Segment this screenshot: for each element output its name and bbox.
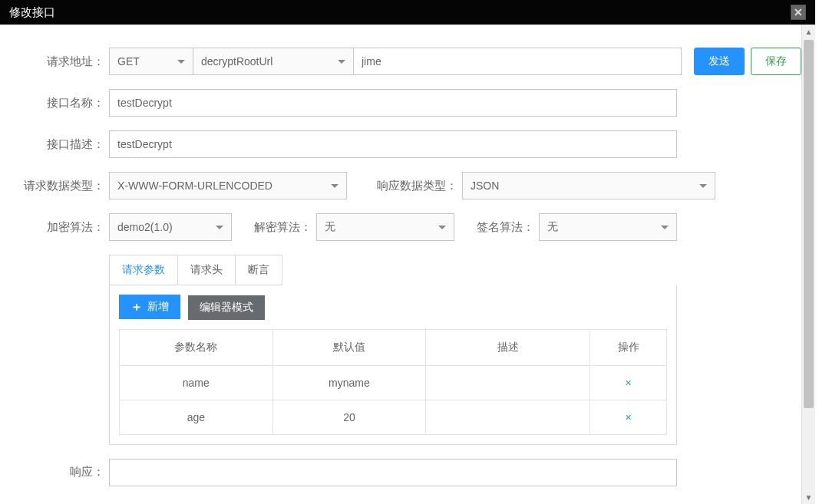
input-interface-name-wrapper (109, 89, 677, 117)
chevron-down-icon (216, 226, 223, 229)
select-decrypt-algo-value: 无 (325, 220, 335, 234)
th-desc: 描述 (426, 329, 590, 365)
input-response-wrapper (109, 459, 677, 486)
row-interface-name: 接口名称： (9, 89, 801, 117)
input-interface-desc[interactable] (117, 131, 669, 157)
send-button[interactable]: 发送 (694, 48, 745, 75)
chevron-down-icon (177, 60, 185, 64)
row-algos: 加密算法： demo2(1.0) 解密算法： 无 签名算法： 无 (9, 213, 801, 241)
select-encrypt-algo[interactable]: demo2(1.0) (109, 213, 232, 241)
modal-edit-interface: 修改接口 ✕ 请求地址： GET decryptRootUrl 发送 保存 接口… (0, 0, 815, 504)
row-data-types: 请求数据类型： X-WWW-FORM-URLENCODED 响应数据类型： JS… (9, 172, 801, 199)
label-sign-algo: 签名算法： (454, 220, 539, 235)
row-response: 响应： (9, 459, 801, 486)
cell-default[interactable]: myname (272, 365, 426, 400)
cell-default[interactable]: 20 (272, 400, 426, 434)
params-table: 参数名称 默认值 描述 操作 name myname × (119, 329, 667, 435)
chevron-down-icon (331, 184, 339, 188)
label-interface-name: 接口名称： (9, 96, 109, 110)
add-button[interactable]: ＋ 新增 (119, 295, 180, 319)
select-encrypt-algo-value: demo2(1.0) (117, 221, 173, 233)
cell-desc[interactable] (426, 365, 590, 400)
tab-request-params[interactable]: 请求参数 (110, 255, 178, 285)
table-row: name myname × (120, 365, 667, 400)
input-url-suffix[interactable] (362, 48, 673, 74)
modal-body: 请求地址： GET decryptRootUrl 发送 保存 接口名称： (0, 25, 815, 504)
chevron-down-icon (699, 184, 707, 188)
cell-name[interactable]: age (120, 400, 273, 434)
input-response[interactable] (117, 460, 669, 486)
select-sign-algo-value: 无 (547, 220, 558, 234)
scroll-down-icon[interactable]: ▼ (802, 490, 815, 504)
close-icon[interactable]: ✕ (791, 5, 806, 20)
label-interface-desc: 接口描述： (9, 137, 109, 152)
table-header-row: 参数名称 默认值 描述 操作 (120, 329, 667, 365)
editor-mode-button[interactable]: 编辑器模式 (188, 295, 265, 320)
delete-icon[interactable]: × (625, 377, 631, 389)
select-method[interactable]: GET (109, 48, 193, 75)
label-request-data-type: 请求数据类型： (9, 179, 109, 193)
select-root-url-value: decryptRootUrl (201, 55, 272, 68)
label-response-data-type: 响应数据类型： (347, 179, 462, 193)
chevron-down-icon (338, 60, 345, 64)
tab-content: ＋ 新增 编辑器模式 参数名称 默认值 描述 操作 (109, 285, 677, 445)
tabs: 请求参数 请求头 断言 (109, 255, 282, 285)
select-response-data-type-value: JSON (471, 180, 499, 192)
th-name: 参数名称 (120, 329, 273, 365)
label-response: 响应： (9, 465, 109, 479)
label-encrypt-algo: 加密算法： (9, 220, 109, 235)
row-interface-desc: 接口描述： (9, 130, 801, 158)
input-url-suffix-wrapper (353, 48, 682, 75)
select-method-value: GET (117, 55, 140, 68)
th-action: 操作 (590, 329, 667, 365)
select-root-url[interactable]: decryptRootUrl (193, 48, 354, 75)
tab-request-headers[interactable]: 请求头 (178, 255, 236, 285)
select-sign-algo[interactable]: 无 (539, 213, 677, 241)
chevron-down-icon (438, 226, 446, 229)
row-request-url: 请求地址： GET decryptRootUrl 发送 保存 (9, 48, 801, 75)
cell-desc[interactable] (426, 400, 590, 434)
tab-assertions[interactable]: 断言 (236, 255, 282, 285)
modal-header: 修改接口 ✕ (0, 0, 815, 25)
select-decrypt-algo[interactable]: 无 (316, 213, 454, 241)
input-interface-name[interactable] (117, 90, 669, 116)
params-section: 请求参数 请求头 断言 ＋ 新增 编辑器模式 参数名称 默认值 (109, 255, 677, 445)
th-default: 默认值 (272, 329, 426, 365)
select-response-data-type[interactable]: JSON (462, 172, 715, 199)
modal-title: 修改接口 (9, 5, 55, 20)
cell-name[interactable]: name (120, 365, 273, 400)
select-request-data-type[interactable]: X-WWW-FORM-URLENCODED (109, 172, 347, 199)
table-row: age 20 × (120, 400, 667, 434)
input-interface-desc-wrapper (109, 130, 677, 158)
save-button[interactable]: 保存 (751, 48, 801, 75)
delete-icon[interactable]: × (625, 411, 631, 423)
plus-icon: ＋ (130, 299, 143, 315)
scrollbar[interactable]: ▲ ▼ (801, 25, 815, 504)
select-request-data-type-value: X-WWW-FORM-URLENCODED (117, 180, 272, 192)
chevron-down-icon (661, 226, 669, 229)
label-request-url: 请求地址： (9, 54, 109, 69)
add-button-label: 新增 (147, 300, 169, 314)
label-decrypt-algo: 解密算法： (232, 220, 316, 235)
scroll-thumb[interactable] (804, 40, 814, 408)
tab-toolbar: ＋ 新增 编辑器模式 (119, 295, 667, 320)
scroll-up-icon[interactable]: ▲ (802, 25, 815, 38)
